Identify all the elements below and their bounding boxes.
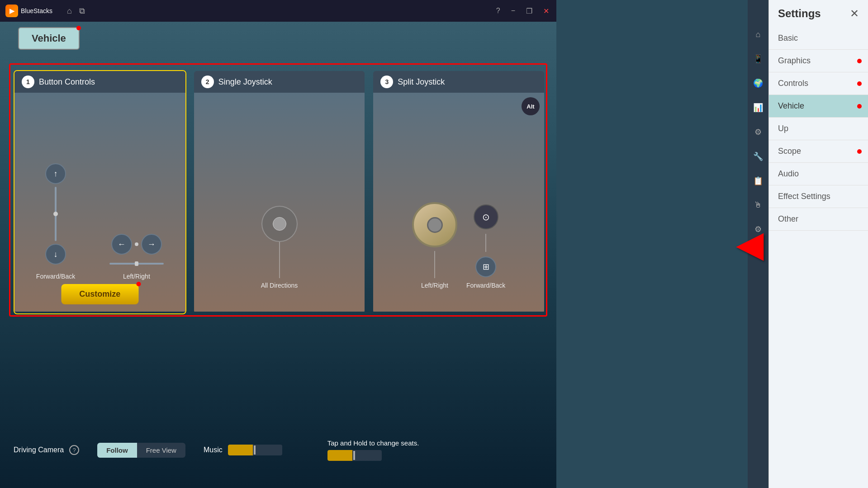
- sidebar-scope-label: Scope: [778, 147, 801, 156]
- sidebar-item-scope[interactable]: Scope: [769, 140, 868, 163]
- strip-icon-2[interactable]: 📱: [750, 51, 766, 66]
- sidebar-item-up[interactable]: Up: [769, 118, 868, 140]
- topbar-nav-icons: ⌂ ⧉: [67, 6, 85, 16]
- split-forward-back-label: Forward/Back: [466, 282, 505, 289]
- app-logo: ▶ BlueStacks: [5, 5, 52, 17]
- graphics-notification-dot: [857, 59, 862, 63]
- sidebar-close-button[interactable]: ✕: [850, 7, 859, 20]
- window-controls: ? − ❐ ✕: [494, 5, 551, 17]
- vehicle-notification-dot: [857, 104, 862, 109]
- strip-icon-6[interactable]: 🔧: [750, 149, 766, 164]
- bluestacks-icon: ▶: [5, 5, 18, 17]
- up-arrow-button[interactable]: ↑: [45, 163, 66, 184]
- sidebar-item-other[interactable]: Other: [769, 208, 868, 231]
- home-icon[interactable]: ⌂: [67, 6, 72, 16]
- sidebar-controls-label: Controls: [778, 79, 808, 88]
- music-slider-handle: [254, 445, 256, 455]
- steering-stem: [434, 251, 435, 278]
- alt-badge: Alt: [522, 97, 540, 115]
- controls-notification-dot: [857, 81, 862, 86]
- button-controls-header: 1 Button Controls: [14, 71, 185, 93]
- sidebar-item-effect-settings[interactable]: Effect Settings: [769, 185, 868, 208]
- seats-label: Tap and Hold to change seats.: [327, 439, 419, 447]
- sidebar-vehicle-label: Vehicle: [778, 101, 804, 110]
- free-view-button[interactable]: Free View: [137, 443, 185, 458]
- panel-number-2: 2: [201, 76, 214, 88]
- sidebar-item-vehicle[interactable]: Vehicle: [769, 95, 868, 118]
- joystick-circle[interactable]: [261, 206, 298, 242]
- button-controls-panel[interactable]: 1 Button Controls ↑ ↓ Forward/Back ←: [14, 70, 186, 314]
- left-right-label: Left/Right: [123, 273, 150, 280]
- camera-section: Driving Camera ?: [14, 445, 79, 455]
- red-arrow-indicator: ◀: [736, 226, 764, 262]
- fb-slider-thumb: [53, 212, 58, 216]
- strip-icon-1[interactable]: ⌂: [753, 27, 764, 42]
- gear-button[interactable]: ⊞: [475, 256, 496, 277]
- strip-icon-8[interactable]: 🖱: [751, 198, 765, 213]
- single-joystick-panel[interactable]: 2 Single Joystick All Directions: [193, 70, 366, 314]
- sidebar-item-graphics[interactable]: Graphics: [769, 50, 868, 72]
- follow-button[interactable]: Follow: [97, 443, 137, 458]
- left-right-section: ← → Left/Right: [109, 234, 164, 280]
- customize-button[interactable]: Customize: [61, 284, 138, 304]
- minimize-button[interactable]: −: [509, 5, 517, 17]
- vertical-arrow-group: ↑ ↓: [45, 163, 66, 265]
- sidebar-basic-label: Basic: [778, 33, 798, 43]
- sidebar-item-basic[interactable]: Basic: [769, 27, 868, 50]
- all-directions-label: All Directions: [261, 282, 298, 289]
- restore-button[interactable]: ❐: [524, 5, 534, 17]
- camera-toggle-group: Follow Free View: [97, 443, 185, 458]
- panel-number-3: 3: [380, 76, 393, 88]
- single-joystick-body: All Directions: [194, 93, 365, 312]
- button-controls-body: ↑ ↓ Forward/Back ← → Left/Righ: [14, 93, 185, 312]
- sidebar-item-audio[interactable]: Audio: [769, 163, 868, 185]
- left-arrow-button[interactable]: ←: [111, 234, 132, 255]
- down-arrow-button[interactable]: ↓: [45, 244, 66, 265]
- panel-number-1: 1: [22, 76, 34, 88]
- sidebar-graphics-label: Graphics: [778, 56, 811, 65]
- seats-section: Tap and Hold to change seats.: [327, 439, 419, 461]
- joystick-stem: [279, 242, 280, 278]
- forward-back-label: Forward/Back: [36, 273, 75, 280]
- music-label: Music: [204, 446, 223, 454]
- vehicle-tab-button[interactable]: Vehicle: [18, 27, 80, 50]
- horizontal-arrow-group: ← →: [111, 234, 162, 255]
- layers-icon[interactable]: ⧉: [79, 6, 85, 16]
- bottom-controls-bar: Driving Camera ? Follow Free View Music …: [14, 439, 552, 461]
- strip-icon-4[interactable]: 📊: [750, 100, 766, 115]
- sidebar-effect-settings-label: Effect Settings: [778, 192, 830, 201]
- seats-slider-handle: [353, 451, 355, 460]
- forward-back-section: ↑ ↓ Forward/Back: [36, 163, 75, 280]
- fb-slider[interactable]: [55, 187, 57, 241]
- joystick-nub: [273, 217, 286, 231]
- music-section: Music: [204, 445, 282, 455]
- center-dot: [135, 242, 138, 246]
- seats-slider-fill: [327, 450, 352, 461]
- strip-icon-5[interactable]: ⚙: [752, 124, 764, 140]
- strip-icon-3[interactable]: 🌍: [750, 76, 766, 91]
- sidebar-audio-label: Audio: [778, 169, 799, 178]
- camera-label: Driving Camera: [14, 446, 64, 454]
- control-panels-container: 1 Button Controls ↑ ↓ Forward/Back ←: [14, 70, 545, 314]
- scope-notification-dot: [857, 149, 862, 154]
- panel-title-3: Split Joystick: [398, 77, 445, 87]
- sidebar-title: Settings: [778, 7, 821, 20]
- single-joystick-header: 2 Single Joystick: [194, 71, 365, 93]
- right-arrow-button[interactable]: →: [141, 234, 162, 255]
- music-slider-fill: [228, 445, 253, 455]
- sidebar-item-controls[interactable]: Controls: [769, 72, 868, 95]
- help-button[interactable]: ?: [494, 5, 502, 17]
- sidebar-up-label: Up: [778, 124, 788, 133]
- split-joystick-body: Alt Left/Right ⊙ ⊞ Forward/Back: [373, 93, 544, 312]
- close-button[interactable]: ✕: [541, 5, 551, 17]
- seats-slider[interactable]: [327, 450, 382, 461]
- sidebar-header: Settings ✕: [769, 0, 868, 27]
- music-slider[interactable]: [228, 445, 282, 455]
- steering-wheel[interactable]: [412, 202, 457, 247]
- split-joystick-panel[interactable]: 3 Split Joystick Alt Left/Right ⊙ ⊞: [372, 70, 545, 314]
- app-name: BlueStacks: [21, 7, 52, 14]
- strip-icon-7[interactable]: 📋: [750, 173, 766, 189]
- split-joystick-header: 3 Split Joystick: [373, 71, 544, 93]
- camera-help-icon[interactable]: ?: [69, 445, 79, 455]
- speed-dial[interactable]: ⊙: [474, 204, 498, 229]
